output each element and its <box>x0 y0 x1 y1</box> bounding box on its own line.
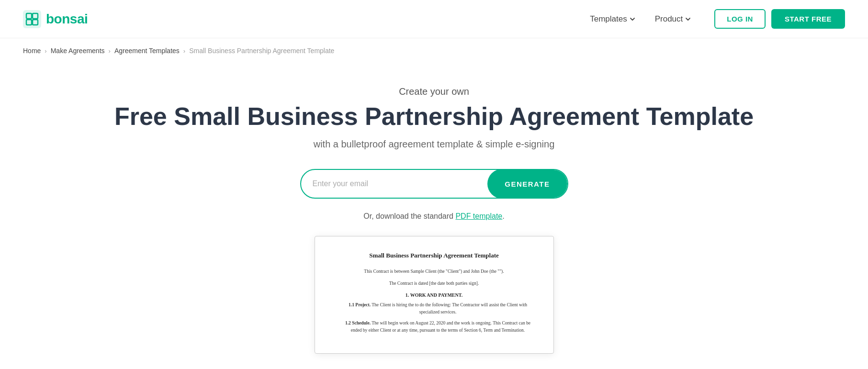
breadcrumb-make-agreements[interactable]: Make Agreements <box>51 47 105 55</box>
doc-sub-item-1: 1.1 Project. The Client is hiring the to… <box>334 302 534 316</box>
doc-section-1-title: 1. WORK AND PAYMENT. <box>334 292 534 298</box>
breadcrumb-home[interactable]: Home <box>23 47 41 55</box>
doc-paragraph-1: This Contract is between Sample Client (… <box>334 268 534 275</box>
svg-rect-0 <box>23 10 41 28</box>
breadcrumb-sep-3: › <box>183 47 185 55</box>
breadcrumb: Home › Make Agreements › Agreement Templ… <box>0 38 868 63</box>
doc-sub-item-2: 1.2 Schedule. The will begin work on Aug… <box>334 320 534 334</box>
hero-title: Free Small Business Partnership Agreemen… <box>10 103 858 130</box>
document-preview: Small Business Partnership Agreement Tem… <box>315 236 554 354</box>
login-button[interactable]: LOG IN <box>714 9 766 29</box>
doc-paragraph-2: The Contract is dated [the date both par… <box>334 280 534 287</box>
breadcrumb-sep-2: › <box>109 47 111 55</box>
logo[interactable]: bonsai <box>23 10 88 28</box>
doc-sub-2-title: 1.2 Schedule. <box>345 321 371 325</box>
bonsai-logo-icon <box>23 10 41 28</box>
hero-desc-part2: & simple e-signing <box>476 139 554 149</box>
nav-buttons: LOG IN START FREE <box>714 9 845 29</box>
email-form: GENERATE <box>300 169 568 199</box>
hero-desc-part1: with a bulletproof agreement template <box>314 139 474 149</box>
nav-templates[interactable]: Templates <box>582 11 643 28</box>
chevron-down-icon-product <box>685 16 691 22</box>
doc-sub-1-text: The Client is hiring the to do the follo… <box>372 302 527 314</box>
hero-section: Create your own Free Small Business Part… <box>0 63 868 369</box>
hero-subtitle: Create your own <box>10 86 858 97</box>
nav-templates-label: Templates <box>590 14 627 24</box>
breadcrumb-sep-1: › <box>45 47 46 55</box>
generate-button[interactable]: GENERATE <box>487 169 567 199</box>
nav-product[interactable]: Product <box>647 11 699 28</box>
nav-product-label: Product <box>655 14 683 24</box>
pdf-link-label: Or, download the standard <box>363 212 455 220</box>
doc-title: Small Business Partnership Agreement Tem… <box>334 252 534 259</box>
start-free-button[interactable]: START FREE <box>771 9 845 29</box>
breadcrumb-current: Small Business Partnership Agreement Tem… <box>189 47 334 55</box>
email-input[interactable] <box>313 179 488 188</box>
logo-text: bonsai <box>46 11 88 27</box>
chevron-down-icon <box>629 16 636 22</box>
pdf-link-period: . <box>502 212 504 220</box>
pdf-download-text: Or, download the standard PDF template. <box>10 212 858 221</box>
pdf-download-link[interactable]: PDF template <box>455 212 502 220</box>
main-nav: Templates Product LOG IN START FREE <box>582 9 845 29</box>
doc-sub-2-text: The will begin work on August 22, 2020 a… <box>351 321 530 333</box>
breadcrumb-agreement-templates[interactable]: Agreement Templates <box>114 47 180 55</box>
document-preview-wrapper: Small Business Partnership Agreement Tem… <box>10 236 858 363</box>
hero-description: with a bulletproof agreement template & … <box>10 139 858 150</box>
email-form-container: GENERATE <box>10 169 858 199</box>
doc-sub-1-title: 1.1 Project. <box>349 302 371 307</box>
